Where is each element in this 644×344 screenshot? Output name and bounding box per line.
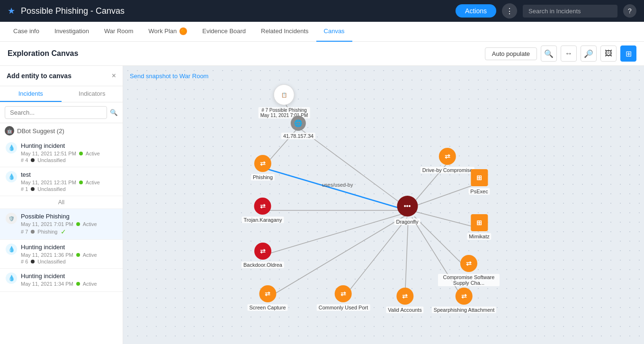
backdoor-node[interactable]: ⇄ Backdoor.Oldrea	[242, 243, 284, 268]
phishing-node[interactable]: ⇄ Phishing	[251, 155, 275, 181]
search-input[interactable]	[523, 5, 617, 18]
node-label: Commonly Used Port	[317, 304, 370, 311]
zoom-in-button[interactable]: 🔍	[541, 45, 557, 62]
tab-related-incidents[interactable]: Related Incidents	[253, 22, 316, 42]
incident-id: # 4	[21, 157, 28, 163]
node-label: PsExec	[468, 188, 490, 195]
spearphishing-node[interactable]: ⇄ Spearphishing Attachment	[432, 288, 496, 313]
status-label: Active	[83, 221, 97, 227]
node-icon: ⇄	[259, 285, 276, 302]
drive-by-node[interactable]: ⇄ Drive-by Compromise	[420, 148, 474, 173]
actions-button[interactable]: Actions	[456, 4, 496, 18]
graph-area[interactable]: Send snapshot to War Room uses/used-by	[123, 66, 644, 344]
incident-icon: 🛡️	[6, 213, 17, 224]
valid-accounts-node[interactable]: ⇄ Valid Accounts	[386, 288, 423, 313]
trojan-node[interactable]: ⇄ Trojan.Karagany	[242, 198, 284, 223]
incident-meta: May 11, 2021 12:51 PM Active	[21, 151, 100, 156]
svg-line-2	[263, 168, 407, 210]
list-item[interactable]: 💧 Hunting incident May 11, 2021 12:51 PM…	[0, 138, 123, 167]
incident-date: May 11, 2021 7:01 PM	[21, 221, 73, 227]
node-label: Compromise Software Supply Cha...	[438, 274, 500, 286]
incident-tags: # 6 Unclassified	[21, 259, 97, 264]
node-label: Backdoor.Oldrea	[242, 262, 284, 268]
incident-icon: 💧	[6, 171, 17, 182]
star-icon[interactable]: ★	[8, 6, 15, 16]
panel-tab-incidents[interactable]: Incidents	[0, 86, 62, 102]
mimikatz-node[interactable]: ⊞ Mimikatz	[467, 214, 491, 240]
incident-node[interactable]: 📋 # 7 Possible PhishingMay 11, 2021 7:01…	[259, 84, 310, 118]
image-icon: 🖼	[605, 49, 612, 58]
incident-id: # 1	[21, 186, 28, 192]
tab-related-incidents-label: Related Incidents	[261, 27, 308, 35]
fit-icon: ↔	[565, 49, 572, 58]
ip-node[interactable]: 🌐 41.78.157.34	[281, 116, 315, 139]
layout-button[interactable]: ⊞	[620, 45, 636, 62]
zoom-out-button[interactable]: 🔍	[581, 45, 597, 62]
node-label: Spearphishing Attachment	[432, 307, 496, 313]
status-indicator	[79, 181, 83, 184]
incident-name: Possible Phishing	[21, 213, 117, 220]
header: ★ Possible Phishing - Canvas Actions ⋮ ?	[0, 0, 644, 22]
graph-svg: uses/used-by	[123, 66, 644, 344]
screen-capture-node[interactable]: ⇄ Screen Capture	[247, 285, 287, 311]
psexec-node[interactable]: ⊞ PsExec	[468, 169, 490, 195]
tab-work-plan[interactable]: Work Plan 🔶	[141, 22, 195, 42]
incident-tags: # 4 Unclassified	[21, 157, 100, 163]
compromise-supply-node[interactable]: ⇄ Compromise Software Supply Cha...	[438, 255, 500, 286]
incident-id: # 6	[21, 259, 28, 264]
dbot-section: 🤖 DBot Suggest (2)	[0, 123, 123, 138]
node-label: Trojan.Karagany	[242, 217, 284, 223]
incident-tags: # 1 Unclassified	[21, 186, 100, 192]
tab-bar: Case info Investigation War Room Work Pl…	[0, 22, 644, 42]
common-port-node[interactable]: ⇄ Commonly Used Port	[317, 285, 370, 311]
incident-icon: 💧	[6, 142, 17, 154]
node-icon: ⇄	[335, 285, 352, 302]
tab-war-room[interactable]: War Room	[97, 22, 141, 42]
incident-tags: # 7 Phishing ✓	[21, 228, 117, 235]
tab-evidence-board[interactable]: Evidence Board	[195, 22, 253, 42]
tab-investigation[interactable]: Investigation	[47, 22, 97, 42]
node-label: Dragonfly	[394, 218, 420, 225]
zoom-out-icon: 🔍	[584, 49, 593, 58]
incident-name: Hunting incident	[21, 272, 97, 280]
list-item[interactable]: 🛡️ Possible Phishing May 11, 2021 7:01 P…	[0, 209, 123, 240]
node-label: 41.78.157.34	[281, 133, 315, 139]
search-submit-button[interactable]: 🔍	[110, 109, 118, 116]
incidents-list: 💧 Hunting incident May 11, 2021 12:51 PM…	[0, 138, 123, 344]
incidents-search-input[interactable]	[5, 106, 107, 119]
status-label: Active	[83, 281, 97, 287]
incident-tag: Phishing	[37, 229, 57, 235]
incident-date: May 11, 2021 1:36 PM	[21, 252, 73, 258]
node-icon: ⇄	[396, 288, 413, 305]
tab-case-info[interactable]: Case info	[6, 22, 47, 42]
dragonfly-node[interactable]: ••• Dragonfly	[394, 196, 420, 225]
node-icon: ⇄	[254, 198, 271, 215]
zoom-in-icon: 🔍	[544, 49, 554, 58]
list-item[interactable]: 💧 test May 11, 2021 12:31 PM Active # 1	[0, 167, 123, 196]
list-item[interactable]: 💧 Hunting incident May 11, 2021 1:36 PM …	[0, 240, 123, 269]
status-label: Active	[83, 252, 97, 258]
side-panel: Add entity to canvas × Incidents Indicat…	[0, 66, 123, 344]
node-icon: 📋	[274, 84, 295, 105]
panel-tab-indicators[interactable]: Indicators	[62, 86, 123, 102]
node-icon: 🌐	[291, 116, 306, 131]
section-divider: All	[0, 196, 123, 209]
tab-evidence-board-label: Evidence Board	[202, 27, 246, 35]
canvas-title: Exploration Canvas	[8, 49, 481, 58]
auto-populate-button[interactable]: Auto populate	[485, 47, 537, 60]
node-label: Drive-by Compromise	[420, 167, 474, 173]
close-panel-button[interactable]: ×	[112, 72, 116, 80]
status-indicator	[79, 152, 83, 155]
tag-dot	[31, 230, 35, 234]
node-label: Screen Capture	[247, 304, 287, 311]
incident-meta: May 11, 2021 1:34 PM Active	[21, 281, 97, 287]
tab-case-info-label: Case info	[13, 27, 39, 35]
incident-date: May 11, 2021 1:34 PM	[21, 281, 73, 287]
more-options-button[interactable]: ⋮	[502, 3, 517, 18]
tab-canvas[interactable]: Canvas	[316, 22, 352, 42]
help-button[interactable]: ?	[623, 4, 636, 18]
incident-tag: Unclassified	[37, 259, 65, 264]
list-item[interactable]: 💧 Hunting incident May 11, 2021 1:34 PM …	[0, 269, 123, 292]
fit-view-button[interactable]: ↔	[561, 45, 577, 62]
image-export-button[interactable]: 🖼	[600, 45, 617, 62]
